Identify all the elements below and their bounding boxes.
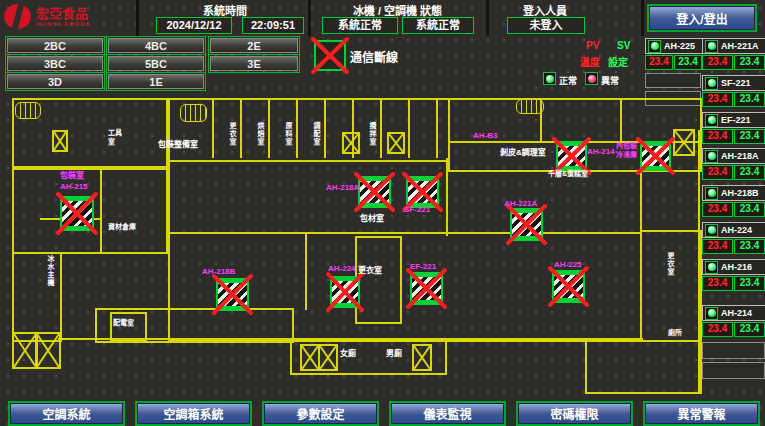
floor-button-4bc[interactable]: 4BC [108, 38, 204, 53]
unit-ah-224[interactable]: AH-224 [702, 222, 765, 238]
map-label: 男廁 [386, 349, 402, 358]
ahu-disconnected-icon[interactable] [410, 272, 443, 305]
shaft-x-icon [673, 129, 695, 156]
nav-ac-system-button[interactable]: 空調系統 [10, 403, 123, 424]
map-label: AH-224 [328, 264, 356, 273]
unit-sv-value: 23.4 [734, 129, 765, 144]
map-wall [305, 232, 307, 310]
unit-pv-value: 23.4 [702, 92, 733, 107]
login-status-value: 未登入 [507, 17, 585, 34]
map-wall [268, 98, 270, 158]
map-label: AH-214 [587, 147, 615, 156]
system-time-label: 系統時間 [150, 2, 300, 18]
unit-ah-221a[interactable]: AH-221A [702, 38, 765, 54]
abnormal-label: 異常 [601, 74, 619, 87]
unit-sv-value: 23.4 [734, 55, 765, 70]
map-label: 更衣室 [228, 122, 237, 146]
pv-label: PV [586, 40, 599, 51]
nav-alarm-button[interactable]: 異常警報 [645, 403, 758, 424]
logo: 宏亞食品 HUNYA FOODS [4, 4, 91, 29]
map-label: 內包裝 [616, 141, 637, 150]
unit-pv-value: 23.4 [702, 322, 733, 337]
map-label: 包裝整備室 [158, 140, 198, 149]
floor-button-2bc[interactable]: 2BC [7, 38, 103, 53]
ahu-disconnected-icon[interactable] [552, 270, 585, 303]
map-wall [212, 98, 214, 158]
floor-button-3bc[interactable]: 3BC [7, 56, 103, 71]
header-divider [641, 0, 644, 36]
normal-label: 正常 [559, 74, 577, 87]
map-room-outline [585, 340, 702, 394]
unit-status-lamp-icon [705, 77, 718, 90]
map-wall [380, 98, 382, 158]
shaft-x-icon [342, 132, 360, 154]
header-divider [486, 0, 489, 36]
login-logout-button[interactable]: 登入/登出 [649, 6, 755, 30]
map-label: 冰水主機 [46, 255, 55, 287]
logo-icon [4, 4, 31, 29]
map-label: SF-221 [404, 205, 430, 214]
ahu-disconnected-icon[interactable] [556, 141, 587, 171]
stairs-icon [180, 104, 207, 122]
header-divider [308, 0, 311, 36]
shaft-x-icon [35, 332, 61, 369]
ahu-disconnected-icon[interactable] [330, 276, 360, 308]
map-wall [408, 98, 410, 158]
unit-pv-value: 23.4 [702, 165, 733, 180]
floor-button-3d[interactable]: 3D [7, 74, 103, 89]
map-label: AH-218A [326, 183, 359, 192]
shaft-x-icon [318, 344, 338, 371]
floor-button-5bc[interactable]: 5BC [108, 56, 204, 71]
nav-parameter-set-button[interactable]: 參數設定 [264, 403, 377, 424]
unit-status-lamp-icon [705, 224, 718, 237]
ahu-disconnected-icon[interactable] [640, 141, 671, 171]
map-label: 更衣室 [358, 266, 382, 275]
unit-sv-value: 23.4 [734, 202, 765, 217]
comm-disconnect-label: 通信斷線 [350, 48, 398, 65]
shaft-x-icon [52, 130, 68, 152]
unit-status-lamp-icon [705, 187, 718, 200]
unit-sf-221[interactable]: SF-221 [702, 75, 765, 91]
unit-sv-value: 23.4 [734, 322, 765, 337]
unit-pv-value: 23.4 [702, 129, 733, 144]
unit-slot-empty [702, 342, 765, 359]
unit-pv-value: 23.4 [702, 202, 733, 217]
temp-label: 溫度 [580, 54, 600, 69]
map-wall [168, 158, 170, 238]
map-label: 配電室 [113, 318, 134, 327]
unit-ef-221[interactable]: EF-221 [702, 112, 765, 128]
normal-lamp-icon [543, 72, 556, 85]
nav-meter-monitor-button[interactable]: 儀表監視 [391, 403, 504, 424]
nav-ahu-system-button[interactable]: 空調箱系統 [137, 403, 250, 424]
floor-button-3e[interactable]: 3E [210, 56, 298, 71]
shaft-x-icon [412, 344, 432, 371]
system-date-value: 2024/12/12 [156, 17, 232, 34]
unit-ah-216[interactable]: AH-216 [702, 259, 765, 275]
unit-sv-value: 23.4 [674, 55, 702, 70]
floor-button-1e[interactable]: 1E [108, 74, 204, 89]
ahu-disconnected-icon[interactable] [60, 196, 94, 231]
map-wall [324, 98, 326, 158]
unit-sv-value: 23.4 [734, 239, 765, 254]
ahu-disconnected-icon[interactable] [216, 278, 249, 311]
map-label: 包裝室 [60, 171, 84, 180]
unit-ah-214[interactable]: AH-214 [702, 305, 765, 321]
floor-button-2e[interactable]: 2E [210, 38, 298, 53]
machine-status-label: 冰機 / 空調機 狀態 [315, 2, 480, 18]
map-label: AH-225 [554, 260, 582, 269]
unit-pv-value: 23.4 [702, 239, 733, 254]
unit-pv-value: 23.4 [702, 55, 733, 70]
unit-ah-218a[interactable]: AH-218A [702, 148, 765, 164]
map-label: 攪拌室 [368, 122, 377, 146]
ahu-disconnected-icon[interactable] [358, 176, 391, 208]
nav-password-auth-button[interactable]: 密碼權限 [518, 403, 631, 424]
ahu-disconnected-icon[interactable] [406, 176, 439, 208]
unit-status-lamp-icon [705, 307, 718, 320]
unit-ah-218b[interactable]: AH-218B [702, 185, 765, 201]
logo-title: 宏亞食品 [36, 7, 91, 21]
map-wall [446, 158, 448, 236]
map-label: AH-B3 [473, 131, 497, 140]
ahu-disconnected-icon[interactable] [510, 208, 543, 241]
unit-ah-225[interactable]: AH-225 [645, 38, 703, 54]
map-wall [296, 98, 298, 158]
